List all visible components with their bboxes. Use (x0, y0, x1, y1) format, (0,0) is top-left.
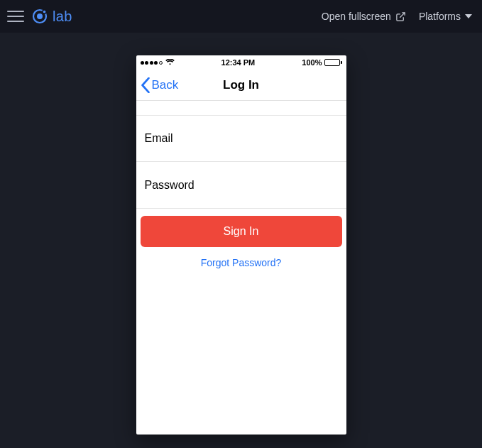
platforms-label: Platforms (419, 11, 461, 22)
email-field[interactable] (136, 115, 346, 162)
status-time: 12:34 PM (221, 58, 256, 67)
battery-pct: 100% (302, 58, 322, 67)
menu-icon[interactable] (7, 8, 24, 25)
chevron-down-icon (465, 14, 472, 18)
wifi-icon (165, 58, 175, 67)
battery-icon (324, 59, 342, 66)
signal-dots-icon (141, 61, 163, 65)
svg-line-3 (400, 12, 405, 17)
svg-point-1 (37, 13, 43, 19)
fullscreen-label: Open fullscreen (322, 11, 391, 22)
ios-statusbar: 12:34 PM 100% (136, 55, 346, 70)
back-button[interactable]: Back (136, 77, 179, 93)
device-frame: 12:34 PM 100% Back Log In Sign (136, 55, 346, 435)
external-link-icon (395, 11, 406, 22)
svg-point-2 (43, 10, 46, 13)
ionic-logo-icon (31, 8, 48, 25)
platforms-dropdown[interactable]: Platforms (419, 11, 472, 22)
logo-text: lab (53, 9, 72, 25)
status-left (141, 58, 175, 67)
nav-header: Back Log In (136, 70, 346, 101)
back-label: Back (152, 78, 179, 92)
login-form: Sign In Forgot Password? (136, 101, 346, 268)
topbar: lab Open fullscreen Platforms (0, 0, 482, 33)
forgot-password-link[interactable]: Forgot Password? (141, 257, 342, 268)
signin-button[interactable]: Sign In (141, 216, 342, 247)
preview-stage: 12:34 PM 100% Back Log In Sign (0, 33, 482, 448)
password-field[interactable] (136, 162, 346, 209)
chevron-left-icon (141, 77, 150, 93)
logo[interactable]: lab (31, 8, 72, 25)
open-fullscreen-button[interactable]: Open fullscreen (322, 11, 406, 22)
status-right: 100% (302, 58, 341, 67)
